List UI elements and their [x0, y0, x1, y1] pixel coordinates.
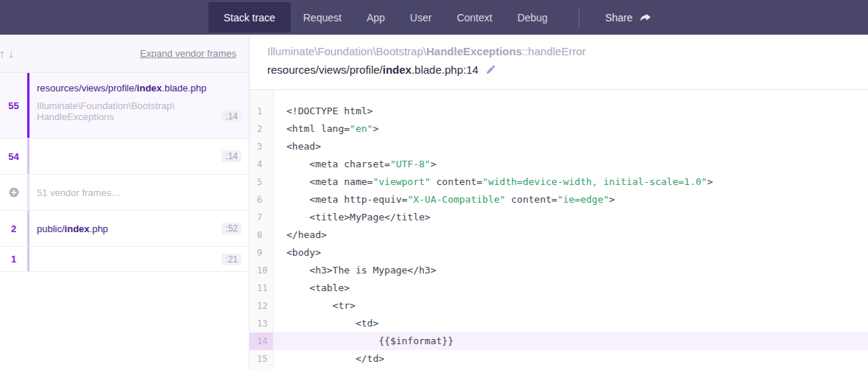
line-number-gutter: 10 [250, 262, 273, 279]
share-button[interactable]: Share [598, 2, 660, 32]
frame-number: 55 [8, 100, 18, 111]
share-icon [639, 11, 652, 24]
stack-frame-row-55[interactable]: 55 resources/views/profile/index.blade.p… [0, 73, 249, 139]
code-line: 5 <meta name="viewport" content="width=d… [250, 173, 868, 191]
line-number-gutter: 7 [250, 209, 273, 226]
sidebar-header: ↑ ↓ Expand vendor frames [0, 35, 249, 73]
code-lines: 1<!DOCTYPE html>2<html lang="en">3<head>… [250, 102, 868, 368]
share-button-label: Share [605, 12, 632, 24]
code-text: <!DOCTYPE html> [273, 102, 868, 120]
code-text: </td> [273, 350, 868, 368]
stack-frames-sidebar: ↑ ↓ Expand vendor frames 55 resources/vi… [0, 35, 250, 370]
line-number-gutter: 9 [250, 244, 273, 262]
line-number-gutter: 1 [250, 102, 273, 120]
frame-number-cell: 54 [0, 139, 27, 174]
frame-detail-header: Illuminate\Foundation\Bootstrap\HandleEx… [250, 35, 868, 90]
code-line: 4 <meta charset="UTF-8"> [250, 156, 868, 173]
code-line: 8</head> [250, 226, 868, 244]
code-line-highlighted: 14 {{$informat}} [250, 332, 868, 350]
code-line: 6 <meta http-equiv="X-UA-Compatible" con… [250, 191, 868, 209]
code-line: 11 <table> [250, 279, 868, 297]
frame-number: 2 [11, 223, 16, 234]
code-line: 10 <h3>The is Mypage</h3> [250, 262, 868, 279]
code-text: {{$informat}} [273, 332, 868, 350]
code-text: <meta http-equiv="X-UA-Compatible" conte… [273, 191, 868, 209]
code-text: <td> [273, 315, 868, 332]
line-number-gutter: 14 [250, 332, 273, 350]
frame-file-path: public/index.php [37, 223, 222, 234]
line-number-gutter: 3 [250, 138, 273, 156]
line-number-gutter: 12 [250, 297, 273, 315]
nav-divider [579, 7, 579, 28]
line-number-gutter: 13 [250, 315, 273, 332]
frame-number-cell: 1 [0, 247, 27, 271]
frame-method-name: Illuminate\Foundation\Bootstrap\HandleEx… [267, 45, 850, 57]
plus-circle-icon[interactable] [9, 187, 19, 198]
tab-debug[interactable]: Debug [505, 2, 560, 32]
code-text: <h3>The is Mypage</h3> [273, 262, 868, 279]
content-split: ↑ ↓ Expand vendor frames 55 resources/vi… [0, 35, 868, 370]
frame-number: 1 [11, 254, 16, 265]
code-line: 3<head> [250, 138, 868, 156]
code-text: <body> [273, 244, 868, 262]
line-number-badge: :21 [222, 254, 241, 265]
line-number-badge: :52 [222, 223, 241, 234]
stack-frame-row-54[interactable]: 54 :14 [0, 139, 249, 175]
code-text: <table> [273, 279, 868, 297]
frame-file-location: resources/views/profile/index.blade.php:… [267, 63, 479, 76]
frame-file-path: resources/views/profile/index.blade.php [37, 83, 241, 94]
stack-frame-row-1[interactable]: 1 :21 [0, 247, 249, 272]
line-number-badge: :14 [222, 111, 241, 122]
frame-nav-arrows: ↑ ↓ [0, 47, 14, 60]
frame-class-name: Illuminate\Foundation\Bootstrap\ HandleE… [37, 100, 222, 122]
line-number-gutter: 6 [250, 191, 273, 209]
line-number-gutter: 15 [250, 350, 273, 368]
code-text: <tr> [273, 297, 868, 315]
frame-number: 54 [8, 151, 18, 162]
code-line: 12 <tr> [250, 297, 868, 315]
stack-frame-row-2[interactable]: 2 public/index.php :52 [0, 211, 249, 247]
error-page: Stack trace Request App User Context Deb… [0, 0, 868, 370]
code-line: 2<html lang="en"> [250, 120, 868, 138]
frame-number-cell: 2 [0, 211, 27, 246]
code-line: 1<!DOCTYPE html> [250, 102, 868, 120]
next-frame-arrow-icon[interactable]: ↓ [9, 47, 15, 60]
line-number-badge: :14 [222, 150, 241, 162]
tab-app[interactable]: App [354, 2, 398, 32]
line-number-gutter: 8 [250, 226, 273, 244]
open-in-editor-pencil-icon[interactable] [484, 64, 496, 76]
expand-cell [0, 175, 27, 210]
code-viewer: 1<!DOCTYPE html>2<html lang="en">3<head>… [250, 90, 868, 369]
code-text: <meta charset="UTF-8"> [273, 156, 868, 173]
frame-number-cell: 55 [0, 73, 27, 138]
code-line: 13 <td> [250, 315, 868, 332]
code-panel: Illuminate\Foundation\Bootstrap\HandleEx… [250, 35, 868, 370]
vendor-frames-label: 51 vendor frames… [37, 187, 241, 198]
code-line: 7 <title>MyPage</title> [250, 209, 868, 226]
tab-request[interactable]: Request [291, 2, 354, 32]
code-text: <meta name="viewport" content="width=dev… [273, 173, 868, 191]
code-text: </head> [273, 226, 868, 244]
line-number-gutter: 2 [250, 120, 273, 138]
line-number-gutter: 5 [250, 173, 273, 191]
vendor-frames-row[interactable]: 51 vendor frames… [0, 175, 249, 211]
tab-user[interactable]: User [398, 2, 445, 32]
code-text: <title>MyPage</title> [273, 209, 868, 226]
line-number-gutter: 4 [250, 156, 273, 173]
code-text: <html lang="en"> [273, 120, 868, 138]
code-text: <head> [273, 138, 868, 156]
line-number-gutter: 11 [250, 279, 273, 297]
top-nav: Stack trace Request App User Context Deb… [0, 0, 868, 35]
expand-vendor-frames-link[interactable]: Expand vendor frames [140, 48, 236, 59]
code-line: 15 </td> [250, 350, 868, 368]
tab-context[interactable]: Context [444, 2, 504, 32]
prev-frame-arrow-icon[interactable]: ↑ [0, 47, 5, 60]
tab-stack-trace[interactable]: Stack trace [208, 2, 291, 32]
code-line: 9<body> [250, 244, 868, 262]
